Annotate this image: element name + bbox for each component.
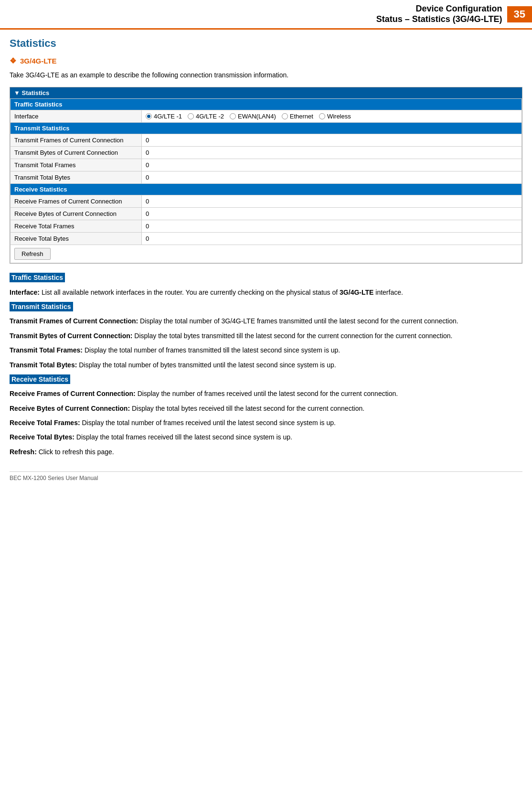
page-title: Statistics <box>10 37 522 50</box>
panel-header: ▼ Statistics <box>10 87 522 98</box>
transmit-frames-label: Transmit Frames of Current Connection <box>11 134 142 147</box>
transmit-total-bytes-label: Transmit Total Bytes <box>11 171 142 184</box>
radio-group: 4G/LTE -1 4G/LTE -2 EWAN(LAN4) Ethe <box>146 113 518 120</box>
receive-bytes-value: 0 <box>142 208 522 220</box>
transmit-total-frames-desc: Transmit Total Frames: Display the total… <box>10 345 522 355</box>
radio-label-ethernet: Ethernet <box>290 113 313 120</box>
table-row: Receive Bytes of Current Connection 0 <box>11 208 522 220</box>
radio-wireless[interactable]: Wireless <box>319 113 351 120</box>
receive-total-frames-label: Receive Total Frames <box>11 220 142 233</box>
interface-options-cell: 4G/LTE -1 4G/LTE -2 EWAN(LAN4) Ethe <box>142 110 522 123</box>
radio-circle-ewan[interactable] <box>230 113 236 119</box>
radio-ethernet[interactable]: Ethernet <box>282 113 313 120</box>
transmit-bytes-label: Transmit Bytes of Current Connection <box>11 147 142 159</box>
table-row: Transmit Total Frames 0 <box>11 159 522 171</box>
receive-stats-section-row: Receive Statistics <box>11 184 522 195</box>
transmit-bytes-value: 0 <box>142 147 522 159</box>
radio-label-4glte1: 4G/LTE -1 <box>154 113 182 120</box>
statistics-panel: ▼ Statistics Traffic Statistics Interfac… <box>10 87 522 264</box>
table-row: Transmit Total Bytes 0 <box>11 171 522 184</box>
transmit-frames-desc: Transmit Frames of Current Connection: D… <box>10 316 522 326</box>
transmit-total-frames-label: Transmit Total Frames <box>11 159 142 171</box>
receive-total-frames-desc: Receive Total Frames: Display the total … <box>10 417 522 428</box>
table-row: Receive Total Frames 0 <box>11 220 522 233</box>
traffic-stats-highlight: Traffic Statistics <box>10 273 65 282</box>
transmit-total-frames-value: 0 <box>142 159 522 171</box>
transmit-frames-value: 0 <box>142 134 522 147</box>
radio-circle-ethernet[interactable] <box>282 113 288 119</box>
header-title-line2: Status – Statistics (3G/4G-LTE) <box>376 14 502 24</box>
receive-frames-value: 0 <box>142 195 522 208</box>
receive-stats-desc-heading: Receive Statistics <box>10 374 522 384</box>
transmit-total-bytes-value: 0 <box>142 171 522 184</box>
receive-total-bytes-desc: Receive Total Bytes: Display the total f… <box>10 432 522 442</box>
section-heading: ❖ 3G/4G-LTE <box>10 56 522 65</box>
table-row: Transmit Bytes of Current Connection 0 <box>11 147 522 159</box>
radio-label-4glte2: 4G/LTE -2 <box>196 113 224 120</box>
header-text: Device Configuration Status – Statistics… <box>376 4 502 24</box>
receive-total-frames-value: 0 <box>142 220 522 233</box>
radio-label-wireless: Wireless <box>327 113 351 120</box>
transmit-stats-desc-heading: Transmit Statistics <box>10 301 522 312</box>
radio-circle-4glte2[interactable] <box>188 113 194 119</box>
main-content: Statistics ❖ 3G/4G-LTE Take 3G/4G-LTE as… <box>0 30 532 489</box>
description-section: Traffic Statistics Interface: List all a… <box>10 272 522 457</box>
refresh-button[interactable]: Refresh <box>14 248 51 260</box>
traffic-stats-desc-heading: Traffic Statistics <box>10 272 522 283</box>
traffic-stats-desc-body: Interface: List all available network in… <box>10 287 522 298</box>
receive-total-bytes-value: 0 <box>142 233 522 245</box>
receive-frames-desc: Receive Frames of Current Connection: Di… <box>10 388 522 399</box>
table-row: Transmit Frames of Current Connection 0 <box>11 134 522 147</box>
radio-4glte1[interactable]: 4G/LTE -1 <box>146 113 182 120</box>
statistics-table: Traffic Statistics Interface 4G/LTE -1 4… <box>10 98 522 263</box>
receive-frames-label: Receive Frames of Current Connection <box>11 195 142 208</box>
radio-circle-4glte1[interactable] <box>146 113 152 119</box>
refresh-desc: Refresh: Click to refresh this page. <box>10 447 522 457</box>
radio-ewan[interactable]: EWAN(LAN4) <box>230 113 276 120</box>
receive-stats-section-label: Receive Statistics <box>11 184 522 195</box>
receive-bytes-desc: Receive Bytes of Current Connection: Dis… <box>10 403 522 414</box>
traffic-stats-section-label: Traffic Statistics <box>11 99 522 110</box>
header-title: Device Configuration Status – Statistics… <box>376 4 502 24</box>
diamond-icon: ❖ <box>10 56 16 65</box>
receive-bytes-label: Receive Bytes of Current Connection <box>11 208 142 220</box>
interface-term-bold: 3G/4G-LTE <box>340 288 373 296</box>
transmit-bytes-desc: Transmit Bytes of Current Connection: Di… <box>10 331 522 341</box>
radio-label-ewan: EWAN(LAN4) <box>238 113 276 120</box>
footer-text: BEC MX-1200 Series User Manual <box>10 471 522 481</box>
transmit-stats-section-label: Transmit Statistics <box>11 123 522 134</box>
transmit-stats-section-row: Transmit Statistics <box>11 123 522 134</box>
page-header: Device Configuration Status – Statistics… <box>0 0 532 30</box>
panel-header-label: ▼ Statistics <box>14 89 49 96</box>
interface-term: Interface: <box>10 288 40 296</box>
section-heading-label: 3G/4G-LTE <box>20 57 56 65</box>
traffic-stats-section-row: Traffic Statistics <box>11 99 522 110</box>
radio-4glte2[interactable]: 4G/LTE -2 <box>188 113 224 120</box>
transmit-stats-highlight: Transmit Statistics <box>10 302 73 311</box>
refresh-row: Refresh <box>11 245 522 263</box>
radio-circle-wireless[interactable] <box>319 113 325 119</box>
table-row: Receive Total Bytes 0 <box>11 233 522 245</box>
page-number-badge: 35 <box>507 6 532 22</box>
receive-stats-highlight: Receive Statistics <box>10 374 70 384</box>
intro-text: Take 3G/4G-LTE as an example to describe… <box>10 70 522 80</box>
header-title-line1: Device Configuration <box>415 4 502 13</box>
transmit-total-bytes-desc: Transmit Total Bytes: Display the total … <box>10 360 522 370</box>
refresh-cell: Refresh <box>11 245 522 263</box>
table-row: Receive Frames of Current Connection 0 <box>11 195 522 208</box>
receive-total-bytes-label: Receive Total Bytes <box>11 233 142 245</box>
interface-label: Interface <box>11 110 142 123</box>
interface-row: Interface 4G/LTE -1 4G/LTE -2 <box>11 110 522 123</box>
